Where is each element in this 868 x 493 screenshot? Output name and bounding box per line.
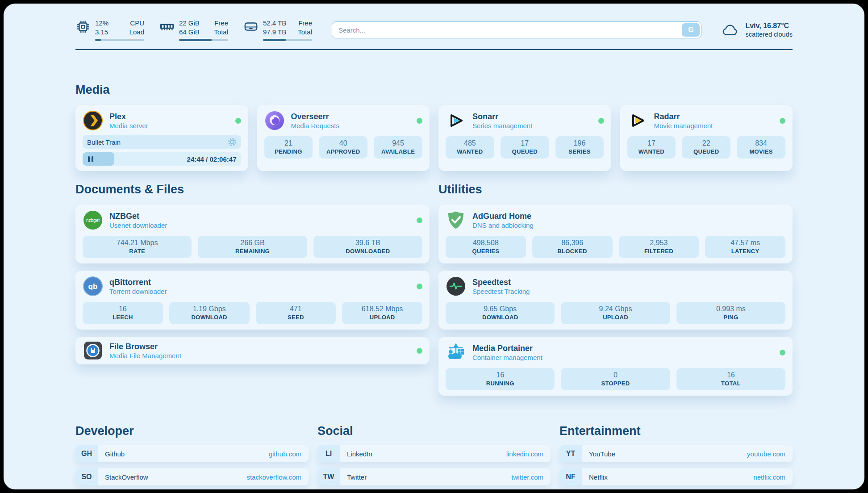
bookmark-name: Github <box>105 450 125 458</box>
overseerr-card[interactable]: Overseerr Media Requests 21 PENDING 40 A… <box>257 105 430 171</box>
bookmark-twitter[interactable]: TW Twitter twitter.com <box>317 468 551 485</box>
filebrowser-icon <box>83 340 103 361</box>
ram-progress <box>179 39 228 41</box>
ram-free: 22 GiB <box>179 19 200 28</box>
app-title: Media Portainer <box>472 344 542 353</box>
section-title-media: Media <box>75 83 793 97</box>
stat-queued: 22 QUEUED <box>682 136 730 159</box>
stat-queued: 17 QUEUED <box>501 136 549 159</box>
bookmark-abbr: LI <box>317 445 340 462</box>
app-subtitle: Media server <box>109 122 148 130</box>
portainer-card[interactable]: Media Portainer Container management 16 … <box>438 337 793 396</box>
app-title: Overseerr <box>291 112 339 121</box>
app-title: NZBGet <box>109 212 167 221</box>
disk-free-label: Free <box>298 19 312 28</box>
bookmark-netflix[interactable]: NF Netflix netflix.com <box>559 468 793 485</box>
bookmark-name: StackOverflow <box>105 473 148 481</box>
dashboard: 12%CPU 3.15Load 22 GiB <box>4 4 864 489</box>
stat-filtered: 2,953 FILTERED <box>619 236 699 258</box>
section-title-utilities: Utilities <box>438 183 793 196</box>
bookmark-github[interactable]: GH Github github.com <box>75 445 309 462</box>
app-subtitle: Container management <box>472 354 542 361</box>
radarr-card[interactable]: Radarr Movie management 17 WANTED 22 QUE… <box>620 105 793 171</box>
gear-icon[interactable] <box>228 138 237 146</box>
cpu-load-label: Load <box>129 28 144 37</box>
cpu-percent: 12% <box>95 19 108 28</box>
section-title-entertainment: Entertainment <box>559 424 793 438</box>
stat-series: 196 SERIES <box>555 136 604 159</box>
sonarr-icon <box>446 110 466 131</box>
qbittorrent-card[interactable]: qb qBittorrent Torrent downloader 16 <box>75 271 430 330</box>
section-title-social: Social <box>317 424 551 438</box>
nzbget-icon: nzbget <box>83 210 103 230</box>
portainer-icon <box>446 342 466 363</box>
ram-total-label: Total <box>214 28 228 37</box>
ram-free-label: Free <box>214 19 228 28</box>
status-dot <box>417 284 422 289</box>
app-title: File Browser <box>109 342 181 351</box>
status-dot <box>417 118 422 124</box>
bookmark-url: youtube.com <box>747 450 785 458</box>
stat-total: 16 TOTAL <box>676 368 785 390</box>
filebrowser-card[interactable]: File Browser Media File Management <box>75 337 430 364</box>
now-playing-row: Bullet Train <box>83 135 241 149</box>
stat-stopped: 0 STOPPED <box>561 368 670 390</box>
bookmark-name: Netflix <box>589 473 608 481</box>
app-title: qBittorrent <box>109 278 167 287</box>
section-developer: Developer GH Github github.com SO StackO… <box>75 424 309 489</box>
stat-running: 16 RUNNING <box>446 368 555 390</box>
app-subtitle: Speedtest Tracking <box>472 288 530 295</box>
disk-icon <box>243 19 259 34</box>
pause-icon <box>88 156 93 162</box>
adguard-card[interactable]: AdGuard Home DNS and adblocking 498,508 … <box>438 205 793 263</box>
app-subtitle: Media Requests <box>291 122 339 130</box>
disk-progress <box>263 39 312 41</box>
cpu-icon <box>75 19 91 34</box>
stat-queries: 498,508 QUERIES <box>446 236 526 258</box>
google-search-button[interactable]: G <box>682 23 700 37</box>
weather-location: Lviv, 16.87°C <box>745 22 793 30</box>
nzbget-card[interactable]: nzbget NZBGet Usenet downloader 744.21 M… <box>75 205 430 263</box>
adguard-icon <box>446 210 466 230</box>
cpu-progress <box>95 39 144 41</box>
app-title: Sonarr <box>472 112 532 121</box>
status-dot <box>417 217 422 223</box>
cpu-load: 3.15 <box>95 28 108 37</box>
bookmark-abbr: NF <box>559 468 582 485</box>
bookmark-abbr: YT <box>559 445 582 462</box>
search-bar: G <box>332 21 701 38</box>
bookmark-name: Twitter <box>347 473 367 481</box>
status-dot <box>780 350 785 355</box>
bookmark-linkedin[interactable]: LI LinkedIn linkedin.com <box>317 445 551 462</box>
status-dot <box>417 348 422 354</box>
stat-wanted: 485 WANTED <box>446 136 494 159</box>
status-dot <box>598 118 604 124</box>
app-title: Radarr <box>654 112 713 121</box>
svg-text:qb: qb <box>88 282 98 291</box>
topbar: 12%CPU 3.15Load 22 GiB <box>75 19 793 41</box>
plex-card[interactable]: Plex Media server Bullet Train <box>75 105 248 171</box>
cpu-stat: 12%CPU 3.15Load <box>75 19 144 41</box>
disk-total-label: Total <box>298 28 312 37</box>
weather-widget: Lviv, 16.87°C scattered clouds <box>721 22 793 38</box>
now-playing-title: Bullet Train <box>87 138 121 146</box>
ram-total: 64 GiB <box>179 28 200 37</box>
sonarr-card[interactable]: Sonarr Series management 485 WANTED 17 Q… <box>438 105 611 171</box>
speedtest-card[interactable]: Speedtest Speedtest Tracking 9.65 Gbps D… <box>438 271 793 330</box>
bookmark-youtube[interactable]: YT YouTube youtube.com <box>559 445 793 462</box>
stat-movies: 834 MOVIES <box>737 136 785 159</box>
app-title: AdGuard Home <box>472 212 534 221</box>
plex-icon <box>83 110 103 131</box>
stat-approved: 40 APPROVED <box>319 136 367 159</box>
bookmark-url: netflix.com <box>753 473 785 481</box>
overseerr-icon <box>264 110 285 131</box>
cpu-label: CPU <box>130 19 144 28</box>
section-entertainment: Entertainment YT YouTube youtube.com NF … <box>559 424 793 489</box>
stat-leech: 16 LEECH <box>83 302 163 324</box>
bookmark-stackoverflow[interactable]: SO StackOverflow stackoverflow.com <box>75 468 309 485</box>
search-input[interactable] <box>332 21 701 38</box>
section-documents: Documents & Files nzbget NZBGet Usenet d… <box>75 183 430 364</box>
app-subtitle: Media File Management <box>109 352 181 359</box>
svg-text:nzbget: nzbget <box>86 218 100 223</box>
bookmark-name: LinkedIn <box>347 450 372 458</box>
